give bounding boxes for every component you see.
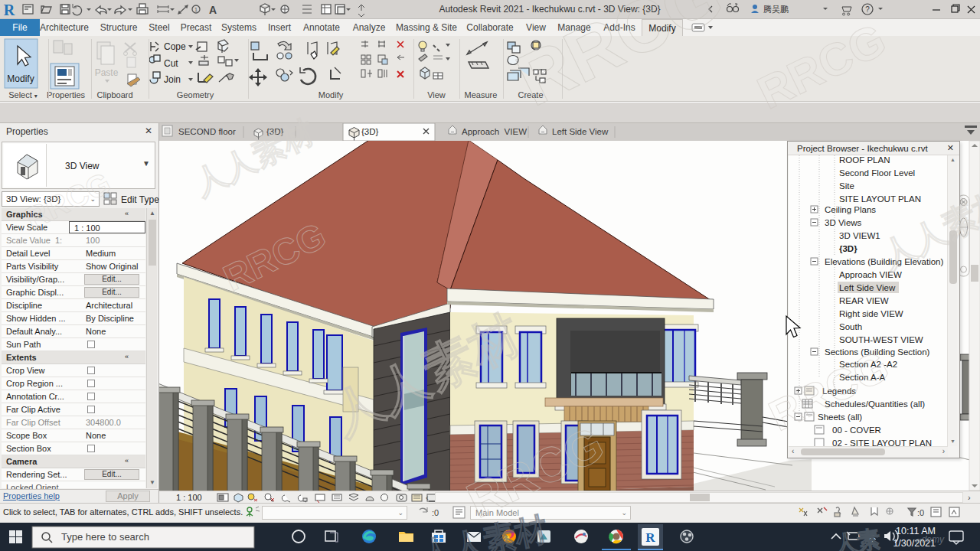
svg-text:Autodesk Revit 2021 - Ikechukw: Autodesk Revit 2021 - Ikechukwu c.rvt - … xyxy=(439,4,660,15)
svg-text:Modify: Modify xyxy=(7,73,34,84)
svg-text:?: ? xyxy=(865,5,870,14)
svg-text::0: :0 xyxy=(432,508,439,517)
svg-text:Ceiling Plans: Ceiling Plans xyxy=(825,205,876,214)
svg-text:REAR VIEW: REAR VIEW xyxy=(839,296,889,305)
svg-text:Section A-A: Section A-A xyxy=(839,373,885,382)
svg-text:Schedules/Quantities (all): Schedules/Quantities (all) xyxy=(825,399,925,409)
svg-text:Section A2 -A2: Section A2 -A2 xyxy=(839,360,897,369)
svg-text:Sections (Building Section): Sections (Building Section) xyxy=(825,347,930,357)
svg-text:{3D}: {3D} xyxy=(839,244,858,253)
svg-text:Left Side View: Left Side View xyxy=(839,283,896,292)
svg-text:3D Views: 3D Views xyxy=(825,218,862,227)
svg-text:00 - COVER: 00 - COVER xyxy=(832,425,881,435)
svg-text:SITE LAYOUT PLAN: SITE LAYOUT PLAN xyxy=(839,194,921,204)
svg-text:{3D}: {3D} xyxy=(361,127,379,136)
svg-text::0: :0 xyxy=(917,508,924,517)
svg-text:SECOND floor: SECOND floor xyxy=(178,127,236,136)
svg-text:Left Side View: Left Side View xyxy=(552,127,609,136)
svg-text:Second Floor Level: Second Floor Level xyxy=(839,168,915,178)
svg-text:{3D}: {3D} xyxy=(266,127,284,136)
svg-text:Cut: Cut xyxy=(164,58,178,69)
svg-text:R: R xyxy=(645,530,655,545)
svg-text:Type here to search: Type here to search xyxy=(61,531,149,543)
svg-text:Paste: Paste xyxy=(95,67,119,78)
svg-text:Cope: Cope xyxy=(164,41,186,52)
svg-text:1: 1 xyxy=(194,7,198,12)
svg-text:3D VIEW1: 3D VIEW1 xyxy=(839,231,880,240)
svg-text:Site: Site xyxy=(839,181,854,191)
svg-text:R: R xyxy=(4,2,15,18)
svg-text:SOUTH-WEST VIEW: SOUTH-WEST VIEW xyxy=(839,335,923,344)
svg-text:A: A xyxy=(209,4,217,16)
svg-text:Elevations (Building Elevation: Elevations (Building Elevation) xyxy=(825,257,944,266)
svg-text:Sheets (all): Sheets (all) xyxy=(818,412,862,422)
svg-text:Approach VIEW: Approach VIEW xyxy=(839,270,902,279)
svg-text:ROOF PLAN: ROOF PLAN xyxy=(839,155,890,165)
svg-text:Legends: Legends xyxy=(822,386,856,396)
svg-text:腾吴鹏: 腾吴鹏 xyxy=(763,5,789,14)
svg-text:Approach VIEW: Approach VIEW xyxy=(462,127,527,136)
svg-text:Right side VIEW: Right side VIEW xyxy=(839,309,903,318)
svg-text:South: South xyxy=(839,322,862,331)
svg-text:Join: Join xyxy=(164,74,181,85)
